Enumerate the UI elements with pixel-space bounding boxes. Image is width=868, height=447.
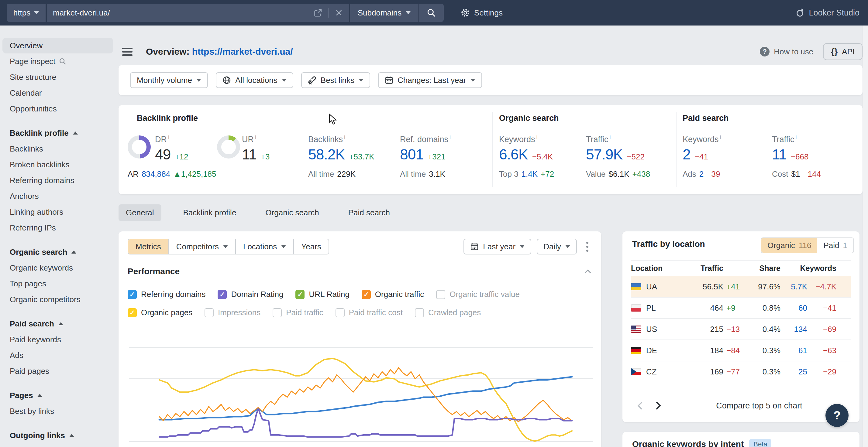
filter-best-links[interactable]: Best links	[301, 72, 370, 88]
caret-down-icon	[282, 79, 287, 82]
checkbox-box[interactable]	[128, 290, 137, 299]
checkbox-box[interactable]	[128, 308, 137, 317]
ur-donut-chart	[217, 135, 240, 159]
location-row-ua[interactable]: UA56.5K+4197.6%5.7K−4.7K	[631, 276, 851, 297]
sidebar-item-linking-authors[interactable]: Linking authors	[2, 204, 113, 220]
checkbox-impressions[interactable]: Impressions	[205, 308, 260, 317]
performance-chart[interactable]	[129, 341, 593, 447]
tab-general[interactable]: General	[119, 204, 161, 221]
sidebar-section-outgoing-links[interactable]: Outgoing links	[2, 427, 113, 443]
sidebar-item-page-inspect[interactable]: Page inspect	[2, 54, 113, 69]
keywords-by-intent-card: Organic keywords by intent Beta	[622, 432, 860, 447]
scope-dropdown[interactable]: Subdomains	[350, 4, 418, 22]
granularity-button[interactable]: Daily	[537, 239, 577, 254]
locations-table-header: Location Traffic Share Keywords	[631, 260, 851, 276]
checkbox-box[interactable]	[436, 290, 445, 299]
location-row-cz[interactable]: CZ169−770.3%25−29	[631, 361, 851, 382]
more-options-icon[interactable]	[582, 241, 592, 253]
settings-button[interactable]: Settings	[461, 0, 503, 26]
checkbox-box[interactable]	[336, 308, 345, 317]
scrollbar-gutter[interactable]	[863, 26, 868, 447]
sidebar-section-backlink-profile[interactable]: Backlink profile	[2, 125, 113, 141]
tab-backlink-profile[interactable]: Backlink profile	[176, 204, 244, 221]
checkbox-crawled-pages[interactable]: Crawled pages	[415, 308, 481, 317]
sidebar-item-organic-keywords[interactable]: Organic keywords	[2, 260, 113, 276]
sidebar-section-pages[interactable]: Pages	[2, 387, 113, 403]
clear-input-icon[interactable]	[335, 9, 343, 17]
sidebar-item-opportunities[interactable]: Opportunities	[2, 101, 113, 116]
looker-studio-link[interactable]: Looker Studio	[795, 0, 860, 26]
sidebar-item-organic-competitors[interactable]: Organic competitors	[2, 291, 113, 307]
sidebar-section-paid-search[interactable]: Paid search	[2, 316, 113, 332]
next-page-icon[interactable]	[649, 401, 668, 410]
toggle-organic[interactable]: Organic116	[761, 238, 817, 253]
link-icon	[308, 76, 316, 84]
checkbox-url-rating[interactable]: URL Rating	[296, 290, 349, 299]
menu-icon[interactable]	[122, 48, 132, 56]
sidebar-item-backlinks[interactable]: Backlinks	[2, 141, 113, 157]
sidebar-item-top-pages[interactable]: Top pages	[2, 276, 113, 291]
toggle-paid[interactable]: Paid1	[817, 238, 854, 253]
search-button[interactable]	[418, 4, 444, 22]
sidebar-item-paid-keywords[interactable]: Paid keywords	[2, 332, 113, 347]
sidebar-item-paid-pages[interactable]: Paid pages	[2, 363, 113, 379]
sidebar-item-best-by-links[interactable]: Best by links	[2, 403, 113, 419]
checkbox-box[interactable]	[205, 308, 214, 317]
sidebar-item-referring-domains[interactable]: Referring domains	[2, 172, 113, 188]
brand-label: Looker Studio	[809, 8, 860, 18]
location-row-pl[interactable]: PL464+90.8%60−41	[631, 297, 851, 318]
caret-down-icon	[196, 79, 201, 82]
tab-organic-search[interactable]: Organic search	[258, 204, 326, 221]
section-tabs: GeneralBacklink profileOrganic searchPai…	[119, 203, 397, 222]
checkbox-domain-rating[interactable]: Domain Rating	[218, 290, 283, 299]
checkbox-organic-pages[interactable]: Organic pages	[128, 308, 192, 317]
checkbox-box[interactable]	[296, 290, 305, 299]
segment-locations[interactable]: Locations	[235, 239, 293, 254]
how-to-use-button[interactable]: ? How to use	[760, 47, 813, 57]
filter-changes-last-year[interactable]: Changes: Last year	[378, 72, 482, 88]
sidebar-item-anchors[interactable]: Anchors	[2, 188, 113, 204]
sidebar: OverviewPage inspectSite structureCalend…	[0, 26, 116, 447]
checkbox-referring-domains[interactable]: Referring domains	[128, 290, 206, 299]
segment-metrics[interactable]: Metrics	[128, 239, 168, 254]
sidebar-section-organic-search[interactable]: Organic search	[2, 244, 113, 260]
api-button[interactable]: {} API	[823, 43, 863, 60]
segment-competitors[interactable]: Competitors	[168, 239, 235, 254]
sidebar-item-referring-ips[interactable]: Referring IPs	[2, 220, 113, 236]
checkbox-box[interactable]	[362, 290, 371, 299]
protocol-dropdown[interactable]: https	[7, 4, 45, 22]
open-in-new-tab-icon[interactable]	[314, 8, 322, 17]
date-range-button[interactable]: Last year	[463, 239, 531, 254]
checkbox-box[interactable]	[218, 290, 227, 299]
beta-badge: Beta	[749, 439, 771, 447]
sidebar-item-calendar[interactable]: Calendar	[2, 85, 113, 101]
page-title: Overview: https://market-dveri.ua/	[146, 46, 293, 57]
us-flag-icon	[631, 325, 641, 333]
prev-page-icon[interactable]	[631, 401, 649, 410]
checkbox-paid-traffic-cost[interactable]: Paid traffic cost	[336, 308, 403, 317]
collapse-caret-icon	[69, 434, 74, 437]
sidebar-item-broken-backlinks[interactable]: Broken backlinks	[2, 157, 113, 172]
segment-years[interactable]: Years	[293, 239, 329, 254]
checkbox-organic-traffic[interactable]: Organic traffic	[362, 290, 424, 299]
target-url-link[interactable]: https://market-dveri.ua/	[192, 46, 293, 57]
location-row-us[interactable]: US215−130.4%134−69	[631, 318, 851, 340]
checkbox-box[interactable]	[273, 308, 282, 317]
sidebar-item-overview[interactable]: Overview	[2, 38, 113, 54]
sidebar-item-ads[interactable]: Ads	[2, 347, 113, 363]
checkbox-paid-traffic[interactable]: Paid traffic	[273, 308, 323, 317]
tab-paid-search[interactable]: Paid search	[341, 204, 397, 221]
checkbox-box[interactable]	[415, 308, 424, 317]
backlinks-delta: +53.7K	[349, 152, 374, 162]
info-icon: i	[536, 134, 538, 140]
location-row-de[interactable]: DE184−840.3%61−63	[631, 340, 851, 361]
help-button[interactable]: ?	[826, 404, 848, 427]
search-icon	[59, 58, 66, 65]
checkbox-organic-traffic-value[interactable]: Organic traffic value	[436, 290, 520, 299]
sidebar-item-linked-domains[interactable]: Linked domains	[2, 443, 113, 447]
url-input[interactable]: market-dveri.ua/	[47, 4, 349, 22]
sidebar-item-site-structure[interactable]: Site structure	[2, 69, 113, 85]
filter-all-locations[interactable]: All locations	[216, 72, 293, 88]
collapse-section-icon[interactable]	[584, 267, 592, 276]
filter-monthly-volume[interactable]: Monthly volume	[130, 72, 208, 88]
